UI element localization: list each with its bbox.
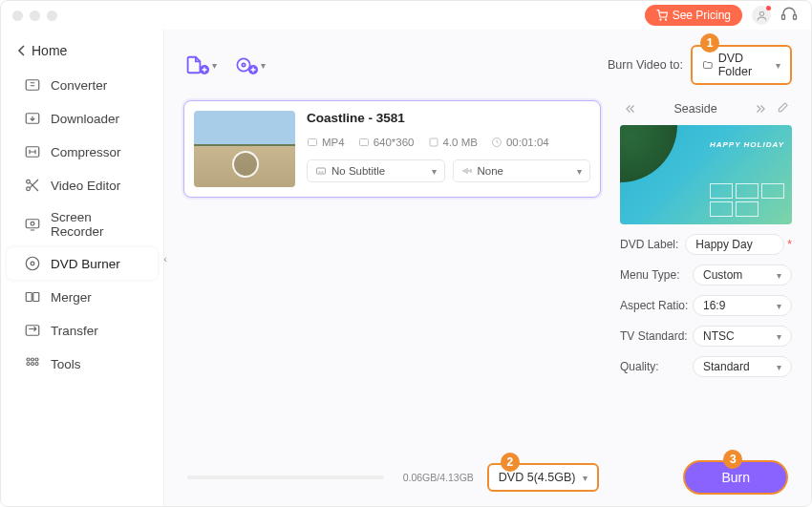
clock-icon [491, 137, 502, 148]
sidebar-item-merger[interactable]: Merger [7, 281, 158, 313]
dvd-label-label: DVD Label: [620, 238, 678, 251]
burn-to-select[interactable]: 1 DVD Folder ▾ [691, 45, 792, 85]
sidebar-item-tools[interactable]: Tools [7, 348, 158, 380]
chevron-down-icon: ▾ [777, 362, 781, 372]
sidebar-item-video-editor[interactable]: Video Editor [7, 169, 158, 201]
merger-icon [24, 288, 41, 306]
subtitle-select[interactable]: No Subtitle ▾ [307, 159, 445, 182]
burn-to-label: Burn Video to: [608, 58, 683, 72]
sidebar-collapse-button[interactable]: ‹ [163, 253, 167, 264]
home-label: Home [32, 43, 67, 58]
theme-edit-button[interactable] [777, 100, 790, 117]
sidebar-item-downloader[interactable]: Downloader [7, 102, 158, 135]
theme-preview[interactable]: HAPPY HOLIDAY [620, 125, 792, 224]
svg-point-17 [27, 358, 30, 361]
sidebar-item-label: Compressor [51, 145, 121, 159]
chevron-down-icon: ▾ [261, 60, 266, 71]
headset-icon [780, 6, 798, 23]
add-file-button[interactable]: ▾ [183, 54, 217, 75]
svg-point-0 [660, 19, 661, 20]
chevron-down-icon: ▾ [583, 473, 588, 483]
scissors-icon [24, 177, 41, 194]
user-icon [756, 10, 768, 22]
svg-rect-3 [782, 15, 785, 20]
sidebar-item-compressor[interactable]: Compressor [7, 136, 158, 168]
theme-name: Seaside [673, 102, 716, 116]
svg-point-9 [27, 187, 31, 191]
account-button[interactable] [752, 6, 771, 25]
folder-icon [702, 58, 714, 72]
svg-rect-31 [317, 168, 326, 174]
aspect-ratio-select[interactable]: 16:9▾ [693, 295, 792, 316]
quality-select[interactable]: Standard▾ [693, 356, 792, 377]
size-icon [428, 137, 439, 148]
theme-next-button[interactable] [752, 100, 769, 117]
svg-rect-16 [26, 326, 39, 336]
step-badge-3: 3 [723, 450, 742, 469]
svg-point-20 [27, 363, 30, 366]
svg-point-13 [31, 262, 34, 265]
sidebar: Home Converter Downloader Compressor Vid… [1, 30, 163, 506]
disc-size-value: DVD 5(4.5GB) [499, 471, 576, 484]
close-window-button[interactable] [12, 11, 23, 21]
disc-size-select[interactable]: 2 DVD 5(4.5GB) ▾ [487, 463, 600, 492]
svg-rect-4 [794, 15, 797, 20]
chevron-down-icon: ▾ [776, 60, 780, 71]
sidebar-item-dvd-burner[interactable]: DVD Burner [7, 247, 158, 280]
support-button[interactable] [780, 6, 800, 25]
video-resolution: 640*360 [374, 137, 415, 148]
chevron-down-icon: ▾ [777, 301, 781, 311]
sidebar-item-converter[interactable]: Converter [7, 69, 158, 101]
video-duration: 00:01:04 [506, 137, 549, 148]
burn-button-label: Burn [721, 470, 750, 485]
video-size: 4.0 MB [443, 137, 478, 148]
menu-type-label: Menu Type: [620, 268, 679, 282]
dvd-icon [24, 255, 41, 272]
home-link[interactable]: Home [1, 37, 163, 68]
dvd-label-input[interactable]: Happy Day [685, 234, 784, 255]
converter-icon [24, 76, 41, 94]
menu-type-select[interactable]: Custom▾ [693, 264, 792, 285]
transfer-icon [24, 322, 41, 339]
theme-prev-button[interactable] [622, 100, 639, 117]
svg-point-19 [35, 358, 38, 361]
svg-point-25 [242, 63, 245, 66]
video-thumbnail[interactable] [194, 111, 295, 187]
video-format: MP4 [322, 137, 345, 148]
svg-rect-15 [33, 293, 39, 302]
theme-banner-text: HAPPY HOLIDAY [710, 140, 784, 149]
tv-standard-select[interactable]: NTSC▾ [693, 326, 792, 347]
sidebar-item-label: Transfer [51, 324, 98, 338]
chevron-down-icon: ▾ [432, 166, 437, 177]
chevron-down-icon: ▾ [777, 270, 781, 281]
svg-point-1 [665, 19, 666, 20]
main-panel: ▾ ▾ Burn Video to: 1 DVD Folder ▾ [163, 30, 811, 506]
subtitle-icon [315, 165, 327, 177]
svg-point-2 [759, 11, 763, 15]
svg-rect-10 [26, 220, 39, 228]
video-title: Coastline - 3581 [307, 111, 590, 125]
audio-value: None [478, 165, 504, 177]
chevron-down-icon: ▾ [212, 60, 217, 71]
maximize-window-button[interactable] [47, 11, 57, 21]
burn-button[interactable]: 3 Burn [683, 460, 788, 495]
sidebar-item-transfer[interactable]: Transfer [7, 314, 158, 347]
minimize-window-button[interactable] [30, 11, 40, 21]
video-card[interactable]: Coastline - 3581 MP4 640*360 4.0 MB 00:0… [183, 100, 601, 198]
svg-point-21 [32, 363, 34, 366]
video-info: MP4 640*360 4.0 MB 00:01:04 [307, 137, 590, 148]
add-disc-button[interactable]: ▾ [234, 55, 266, 74]
sidebar-item-label: Video Editor [51, 179, 120, 193]
see-pricing-button[interactable]: See Pricing [645, 5, 742, 26]
audio-icon [461, 165, 473, 177]
audio-select[interactable]: None ▾ [453, 159, 591, 182]
window-controls [12, 11, 57, 21]
svg-rect-14 [26, 293, 32, 302]
sidebar-item-screen-recorder[interactable]: Screen Recorder [7, 202, 158, 246]
sidebar-item-label: DVD Burner [51, 257, 120, 271]
plus-badge-icon [248, 65, 258, 74]
edit-icon [777, 100, 790, 114]
sidebar-item-label: Screen Recorder [51, 210, 140, 239]
grid-icon [24, 355, 41, 372]
chevron-down-icon: ▾ [777, 331, 781, 342]
